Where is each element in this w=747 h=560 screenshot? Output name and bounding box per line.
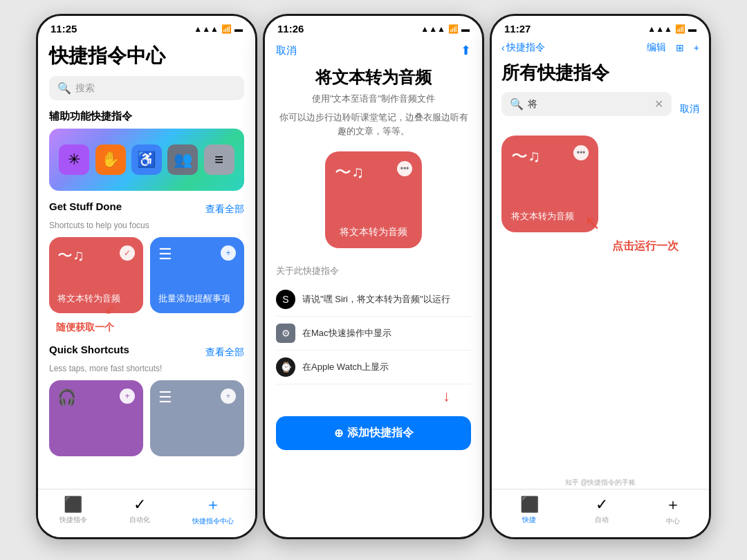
time-1: 11:25 (50, 23, 77, 35)
card-plus-badge-3: + (221, 389, 236, 404)
status-bar-2: 11:26 ▲▲▲ 📶 ▬ (265, 16, 482, 37)
arrow-2: ↓ (276, 387, 471, 405)
add-btn-label: 添加快捷指令 (347, 426, 414, 440)
card-purple-1[interactable]: 🎧 + (49, 380, 143, 456)
card-plus-badge-2: + (120, 389, 135, 404)
search-bar-1[interactable]: 🔍 搜索 (49, 76, 244, 100)
card-gray-1[interactable]: ☰ + (150, 380, 244, 456)
accessibility-banner: ✳ ✋ ♿ 👥 ≡ (49, 129, 244, 191)
tab-automation-label-3: 自动 (595, 515, 609, 525)
audio-wave-icon: 〜♫ (57, 245, 84, 266)
battery-icon-1: ▬ (234, 24, 243, 34)
about-title: 关于此快捷指令 (276, 265, 471, 277)
cancel-button-3[interactable]: 取消 (680, 103, 699, 115)
about-siri-text: 请说"嘿 Siri，将文本转为音频"以运行 (302, 293, 450, 306)
automation-icon-3: ✓ (596, 496, 608, 514)
wifi-icon-3: 📶 (675, 24, 685, 34)
screen2-desc: 你可以边步行边聆听课堂笔记，边叠衣服边听有趣的文章，等等。 (276, 111, 471, 138)
screen3-content: ‹ 快捷指令 编辑 ⊞ + 所有快捷指令 🔍 将 ✕ 取消 (492, 37, 709, 254)
tab-shortcuts-label: 快捷指令 (59, 515, 87, 525)
arrow-3: ↖ (584, 212, 600, 234)
card-text-audio[interactable]: 〜♫ ✓ 将文本转为音频 (49, 237, 143, 313)
status-icons-3: ▲▲▲ 📶 ▬ (647, 24, 697, 34)
tab-automation-label: 自动化 (129, 515, 150, 525)
annotation-1: 随便获取一个 (56, 321, 114, 334)
tab-gallery-label-3: 中心 (666, 516, 680, 526)
arrow-1: ↙ (104, 301, 116, 317)
time-2: 11:26 (277, 23, 304, 35)
tab-bar-1: ⬛ 快捷指令 ✓ 自动化 ＋ 快捷指令中心 (38, 489, 255, 537)
screen2-content: 取消 ⬆ 将文本转为音频 使用"文本至语音"制作音频文件 你可以边步行边聆听课堂… (265, 37, 482, 450)
plus-icon-add: ⊕ (334, 427, 343, 440)
shortcuts-icon: ⬛ (64, 496, 82, 514)
gallery-icon-3: ＋ (665, 494, 681, 515)
watch-icon: ⌚ (276, 357, 295, 377)
search-placeholder-1: 搜索 (75, 82, 95, 95)
result-card-label: 将文本转为音频 (511, 210, 574, 223)
battery-icon-2: ▬ (461, 24, 470, 34)
about-item-mac: ⚙ 在Mac快速操作中显示 (276, 317, 471, 351)
cancel-button-2[interactable]: 取消 (276, 44, 297, 57)
more-badge: ••• (397, 161, 412, 176)
tab-gallery-3[interactable]: ＋ 中心 (665, 494, 681, 526)
search-icon-3: 🔍 (510, 97, 524, 111)
section3-link[interactable]: 查看全部 (205, 346, 244, 359)
screen3-header: ‹ 快捷指令 编辑 ⊞ + (501, 37, 699, 61)
cards-row-2: 🎧 + ☰ + (49, 380, 244, 456)
signal-icon-1: ▲▲▲ (194, 24, 219, 34)
mac-icon: ⚙ (276, 324, 295, 343)
screen1-title: 快捷指令中心 (49, 43, 244, 69)
tab-gallery[interactable]: ＋ 快捷指令中心 (192, 494, 234, 526)
result-more-badge: ••• (573, 145, 589, 160)
back-button-3[interactable]: ‹ 快捷指令 (501, 41, 545, 54)
about-item-watch: ⌚ 在Apple Watch上显示 (276, 351, 471, 384)
card-check-badge: ✓ (120, 245, 135, 261)
wave-icon-main: 〜♫ (335, 161, 364, 183)
access-icon-5: ≡ (204, 144, 234, 175)
tab-automation-3[interactable]: ✓ 自动 (595, 496, 609, 525)
section2-subtitle: Shortcuts to help you focus (49, 221, 244, 230)
share-button-2[interactable]: ⬆ (461, 43, 471, 58)
tab-automation[interactable]: ✓ 自动化 (129, 496, 150, 525)
search-icon-1: 🔍 (57, 82, 71, 95)
clear-search-button[interactable]: ✕ (654, 97, 663, 111)
back-label: 快捷指令 (506, 41, 545, 54)
status-icons-1: ▲▲▲ 📶 ▬ (194, 24, 243, 34)
screenshot-container: 11:25 ▲▲▲ 📶 ▬ 快捷指令中心 🔍 搜索 辅助功能快捷指令 ✳ ✋ ♿… (0, 0, 747, 560)
access-icon-1: ✳ (59, 144, 89, 175)
wifi-icon-1: 📶 (221, 24, 232, 34)
wifi-icon-2: 📶 (448, 24, 459, 34)
card1-label: 将文本转为音频 (57, 292, 135, 305)
signal-icon-3: ▲▲▲ (647, 24, 672, 34)
add-shortcut-button[interactable]: ⊕ 添加快捷指令 (276, 416, 471, 450)
section3-title: Quick Shortcuts (49, 344, 129, 355)
tab-shortcuts[interactable]: ⬛ 快捷指令 (59, 496, 87, 525)
grid-icon[interactable]: ⊞ (676, 42, 684, 53)
screen1-content: 快捷指令中心 🔍 搜索 辅助功能快捷指令 ✳ ✋ ♿ 👥 ≡ Get Stuff… (38, 37, 255, 532)
tab-shortcuts-label-3: 快捷 (522, 515, 536, 525)
status-bar-1: 11:25 ▲▲▲ 📶 ▬ (38, 16, 255, 37)
access-icon-2: ✋ (95, 144, 126, 175)
section2-link[interactable]: 查看全部 (205, 203, 244, 216)
card2-label: 批量添加提醒事项 (158, 292, 236, 305)
siri-icon: S (276, 290, 295, 309)
tab-shortcuts-3[interactable]: ⬛ 快捷 (520, 496, 539, 525)
screen2-title: 将文本转为音频 (276, 66, 471, 88)
plus-button-3[interactable]: + (694, 42, 699, 53)
section3-subtitle: Less taps, more fast shortcuts! (49, 364, 244, 373)
search-input-3[interactable]: 将 (528, 98, 650, 111)
result-card[interactable]: 〜♫ ••• 将文本转为音频 (501, 136, 598, 232)
phone-1: 11:25 ▲▲▲ 📶 ▬ 快捷指令中心 🔍 搜索 辅助功能快捷指令 ✳ ✋ ♿… (36, 14, 257, 539)
cards-row-1: 〜♫ ✓ 将文本转为音频 ☰ + 批量添加提醒事项 (49, 237, 244, 313)
shortcut-card-main[interactable]: 〜♫ ••• 将文本转为音频 (325, 151, 422, 248)
edit-button[interactable]: 编辑 (647, 41, 666, 54)
signal-icon-2: ▲▲▲ (421, 24, 445, 34)
gallery-icon: ＋ (205, 494, 221, 515)
search-bar-3[interactable]: 🔍 将 ✕ (501, 92, 672, 116)
card-add-reminders[interactable]: ☰ + 批量添加提醒事项 (150, 237, 244, 313)
access-icon-3: ♿ (131, 144, 162, 175)
about-section: 关于此快捷指令 S 请说"嘿 Siri，将文本转为音频"以运行 ⚙ 在Mac快速… (276, 265, 471, 384)
screen3-title: 所有快捷指令 (501, 61, 699, 85)
about-mac-text: 在Mac快速操作中显示 (302, 327, 391, 339)
about-watch-text: 在Apple Watch上显示 (302, 361, 389, 373)
